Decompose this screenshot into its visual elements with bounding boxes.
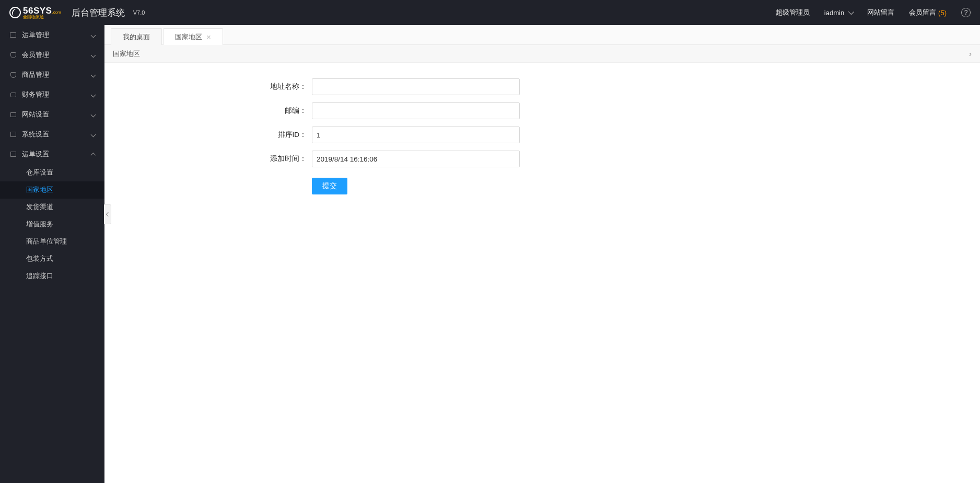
chevron-right-icon[interactable]: ›	[969, 49, 972, 58]
chevron-down-icon	[91, 32, 96, 38]
close-icon[interactable]: ×	[206, 33, 211, 41]
finance-icon	[9, 91, 17, 98]
addr-name-label: 地址名称：	[104, 82, 312, 91]
sidebar-item-label: 运单管理	[22, 30, 49, 40]
sidebar-item-label: 商品管理	[22, 70, 49, 79]
help-icon[interactable]: ?	[961, 8, 971, 17]
logo-icon	[9, 7, 21, 18]
system-icon	[9, 131, 17, 138]
waybill-icon	[9, 31, 17, 39]
header-left: 56SYS.com 全国物流通 后台管理系统 V7.0	[9, 6, 145, 19]
chevron-left-icon	[106, 212, 110, 216]
sort-id-input[interactable]	[312, 126, 520, 143]
sidebar-item-product-mgmt[interactable]: 商品管理	[0, 65, 104, 85]
sort-id-label: 排序ID：	[104, 130, 312, 140]
sidebar-item-member-mgmt[interactable]: 会员管理	[0, 45, 104, 65]
sidebar-item-waybill-mgmt[interactable]: 运单管理	[0, 25, 104, 45]
sidebar-sub-tracking-api[interactable]: 追踪接口	[0, 268, 104, 285]
chevron-down-icon	[848, 9, 854, 15]
member-messages-label: 会员留言	[909, 8, 936, 17]
sidebar-sub-shipping-channel[interactable]: 发货渠道	[0, 199, 104, 216]
tab-label: 国家地区	[175, 32, 202, 42]
breadcrumb-title: 国家地区	[113, 49, 140, 59]
chevron-down-icon	[91, 112, 96, 117]
sidebar-item-label: 网站设置	[22, 110, 49, 119]
member-messages-count: (5)	[938, 9, 947, 17]
sidebar-item-waybill-settings[interactable]: 运单设置	[0, 144, 104, 164]
header-right: 超级管理员 iadmin 网站留言 会员留言 (5) ?	[776, 8, 971, 17]
submit-button[interactable]: 提交	[312, 178, 347, 194]
sidebar-sub-warehouse[interactable]: 仓库设置	[0, 164, 104, 181]
chevron-down-icon	[91, 52, 96, 58]
tab-country-region[interactable]: 国家地区 ×	[163, 28, 223, 45]
sidebar-sub-country-region[interactable]: 国家地区	[0, 181, 104, 199]
product-icon	[9, 71, 17, 78]
sidebar-sub-value-added[interactable]: 增值服务	[0, 216, 104, 233]
tab-bar: 我的桌面 国家地区 ×	[104, 25, 980, 45]
tab-label: 我的桌面	[123, 32, 150, 42]
add-time-input[interactable]	[312, 151, 520, 167]
main-area: 我的桌面 国家地区 × 国家地区 › 地址名称： 邮编： 排序ID：	[104, 25, 980, 483]
region-form: 地址名称： 邮编： 排序ID： 添加时间： 提交	[104, 63, 980, 194]
addr-name-input[interactable]	[312, 78, 520, 95]
add-time-label: 添加时间：	[104, 154, 312, 164]
site-icon	[9, 111, 17, 118]
chevron-down-icon	[91, 132, 96, 137]
waybill-settings-icon	[9, 151, 17, 158]
member-icon	[9, 51, 17, 59]
sidebar-item-label: 运单设置	[22, 150, 49, 159]
sidebar-item-finance-mgmt[interactable]: 财务管理	[0, 85, 104, 105]
user-role: 超级管理员	[776, 8, 810, 17]
breadcrumb: 国家地区 ›	[104, 45, 980, 63]
app-header: 56SYS.com 全国物流通 后台管理系统 V7.0 超级管理员 iadmin…	[0, 0, 980, 25]
sidebar-sub-unit-mgmt[interactable]: 商品单位管理	[0, 233, 104, 250]
tab-desktop[interactable]: 我的桌面	[111, 28, 162, 45]
sidebar-item-label: 系统设置	[22, 130, 49, 139]
sidebar-item-system-settings[interactable]: 系统设置	[0, 124, 104, 144]
sidebar-item-label: 财务管理	[22, 90, 49, 99]
sidebar-item-label: 会员管理	[22, 50, 49, 60]
zip-input[interactable]	[312, 102, 520, 119]
chevron-down-icon	[91, 92, 96, 97]
sidebar-collapse-toggle[interactable]	[104, 204, 111, 224]
site-messages-link[interactable]: 网站留言	[867, 8, 894, 17]
member-messages-link[interactable]: 会员留言 (5)	[909, 8, 947, 17]
user-menu[interactable]: iadmin	[824, 9, 853, 17]
sidebar-item-site-settings[interactable]: 网站设置	[0, 105, 104, 124]
logo-domain: .com	[52, 10, 61, 15]
app-logo: 56SYS.com 全国物流通	[9, 6, 61, 19]
app-version: V7.0	[133, 9, 145, 16]
chevron-up-icon	[91, 152, 96, 157]
user-name: iadmin	[824, 9, 844, 17]
logo-slogan: 全国物流通	[23, 15, 61, 19]
sidebar-sub-packaging[interactable]: 包装方式	[0, 250, 104, 268]
sidebar: 运单管理 会员管理 商品管理 财务管理 网站设置 系统设置 运单设置 仓库设置 …	[0, 25, 104, 483]
app-title: 后台管理系统	[72, 7, 125, 19]
zip-label: 邮编：	[104, 106, 312, 116]
chevron-down-icon	[91, 72, 96, 77]
